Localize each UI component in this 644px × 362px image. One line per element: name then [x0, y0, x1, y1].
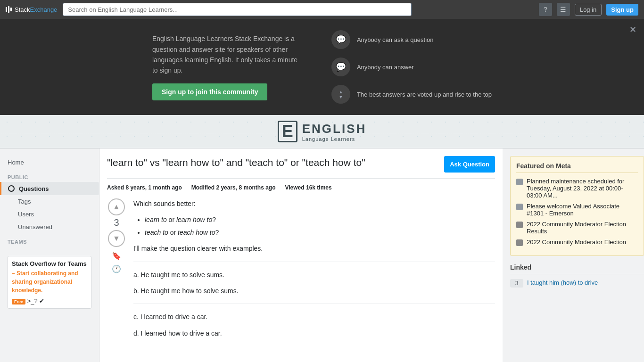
example-b: b. He taught me how to solve sums. — [133, 286, 495, 296]
globe-icon — [8, 185, 15, 192]
body-intro: Which sounds better: — [133, 198, 495, 209]
featured-title: Featured on Meta — [516, 162, 638, 173]
help-button[interactable]: ? — [539, 3, 552, 16]
featured-item-2[interactable]: Please welcome Valued Associate #1301 - … — [516, 203, 638, 217]
left-sidebar: Home PUBLIC Questions Tags Users Unanswe… — [0, 148, 99, 362]
site-logo[interactable]: StackExchange — [6, 6, 57, 13]
bullet-learn-to: learn to — [145, 216, 167, 223]
viewed-label: Viewed — [285, 184, 304, 191]
teams-promo: Stack Overflow for Teams – Start collabo… — [0, 247, 99, 318]
feature-answer: 💬 Anybody can answer — [331, 58, 492, 76]
teams-promo-link: – Start collaborating and sharing organi… — [12, 270, 78, 294]
feature-vote: ▲ ▼ The best answers are voted up and ri… — [331, 85, 492, 104]
teams-cursor: >_? — [27, 297, 40, 304]
site-logo-text: ENGLISH Language Learners — [302, 122, 367, 142]
featured-item-1[interactable]: Planned maintenance scheduled for Tuesda… — [516, 178, 638, 199]
teams-box: Stack Overflow for Teams – Start collabo… — [8, 256, 91, 309]
vote-section: ▲ 3 ▼ 🔖 🕐 — [107, 198, 126, 344]
sidebar-teams-label: TEAMS — [0, 233, 99, 247]
bullet-learn: learn to or learn how to? — [145, 214, 495, 225]
feature-ask: 💬 Anybody can ask a question — [331, 30, 492, 49]
linked-count-1: 3 — [510, 279, 523, 288]
bullet-teach-to: teach to — [145, 229, 168, 236]
join-community-button[interactable]: Sign up to join this community — [152, 83, 268, 100]
top-nav: StackExchange ? ☰ Log in Sign up — [0, 0, 644, 19]
bullet-teach-how: teach how to — [178, 229, 215, 236]
bookmark-button[interactable]: 🔖 — [112, 251, 121, 260]
vote-down-button[interactable]: ▼ — [108, 230, 125, 247]
asked-label: Asked — [107, 184, 124, 191]
hero-description: English Language Learners Stack Exchange… — [152, 33, 303, 76]
bullet-learn-how: learn how to — [176, 216, 212, 223]
search-input[interactable] — [63, 3, 412, 16]
site-logo-area[interactable]: E ENGLISH Language Learners — [278, 121, 367, 142]
example-d: d. I learned how to drive a car. — [133, 328, 495, 338]
bullet-or-1: or — [167, 216, 176, 223]
hero-text: English Language Learners Stack Exchange… — [152, 33, 303, 100]
featured-item-4[interactable]: 2022 Community Moderator Election — [516, 239, 638, 246]
close-button[interactable]: ✕ — [629, 25, 636, 35]
answer-icon: 💬 — [331, 58, 350, 76]
featured-item-4-text: 2022 Community Moderator Election — [527, 239, 626, 246]
modified-meta: Modified 2 years, 8 months ago — [191, 184, 276, 191]
bookmark-icon-3 — [516, 222, 523, 228]
vote-icon: ▲ ▼ — [331, 85, 350, 104]
history-button[interactable]: 🕐 — [112, 264, 121, 273]
feature-ask-label: Anybody can ask a question — [357, 36, 434, 43]
viewed-meta: Viewed 16k times — [285, 184, 331, 191]
bullet-teach: teach to or teach how to? — [145, 227, 495, 238]
search-bar[interactable] — [63, 3, 412, 16]
sidebar-item-users[interactable]: Users — [0, 208, 99, 221]
linked-link-1[interactable]: I taught him (how) to drive — [527, 279, 598, 286]
meta-icon-2 — [516, 204, 523, 210]
teams-free-row: Free >_? ✔ — [12, 297, 87, 304]
main-content: "learn to" vs "learn how to" and "teach … — [99, 148, 503, 362]
right-sidebar: Featured on Meta Planned maintenance sch… — [503, 148, 644, 362]
feature-vote-label: The best answers are voted up and rise t… — [357, 91, 492, 98]
post-body: Which sounds better: learn to or learn h… — [133, 198, 495, 344]
sidebar-item-unanswered[interactable]: Unanswered — [0, 221, 99, 233]
post-divider — [133, 262, 495, 262]
featured-item-3-text: 2022 Community Moderator Election Result… — [527, 221, 638, 235]
asked-meta: Asked 8 years, 1 month ago — [107, 184, 182, 191]
body-clarification: I'll make the question clearer with exam… — [133, 243, 495, 254]
question-content: ▲ 3 ▼ 🔖 🕐 Which sounds better: learn to … — [107, 198, 495, 344]
site-name-sub: Language Learners — [302, 136, 367, 142]
questions-label: Questions — [19, 185, 49, 192]
site-header: E ENGLISH Language Learners — [0, 115, 644, 148]
feature-answer-label: Anybody can answer — [357, 64, 414, 71]
site-name-main: ENGLISH — [302, 122, 367, 136]
stack-exchange-icon — [6, 6, 12, 13]
sidebar-public-label: PUBLIC — [0, 169, 99, 182]
linked-title: Linked — [510, 263, 644, 274]
asked-value: 8 years, 1 month ago — [125, 184, 182, 191]
viewed-value: 16k times — [306, 184, 332, 191]
featured-item-3[interactable]: 2022 Community Moderator Election Result… — [516, 221, 638, 235]
inbox-button[interactable]: ☰ — [557, 3, 570, 16]
featured-item-2-text: Please welcome Valued Associate #1301 - … — [527, 203, 638, 217]
sidebar-item-tags[interactable]: Tags — [0, 195, 99, 208]
sidebar-item-home[interactable]: Home — [0, 156, 99, 169]
hero-banner: ✕ English Language Learners Stack Exchan… — [0, 19, 644, 115]
logo-label: StackExchange — [15, 6, 57, 13]
ask-question-button[interactable]: Ask Question — [444, 156, 495, 173]
site-logo-icon: E — [278, 121, 297, 142]
teams-promo-text: – Start collaborating and sharing organi… — [12, 269, 87, 295]
modified-value: 2 years, 8 months ago — [216, 184, 275, 191]
signup-button[interactable]: Sign up — [606, 4, 638, 16]
bullet-or-2: or — [168, 229, 178, 236]
teams-title: Stack Overflow for Teams — [12, 260, 87, 267]
sidebar-item-questions[interactable]: Questions — [0, 182, 99, 195]
login-button[interactable]: Log in — [575, 4, 602, 16]
vote-up-button[interactable]: ▲ — [108, 198, 125, 215]
example-c: c. I learned to drive a car. — [133, 312, 495, 322]
modified-label: Modified — [191, 184, 215, 191]
bookmark-icon-4 — [516, 239, 523, 246]
linked-item-1[interactable]: 3 I taught him (how) to drive — [510, 279, 644, 288]
ask-icon: 💬 — [331, 30, 350, 49]
question-title: "learn to" vs "learn how to" and "teach … — [107, 156, 365, 169]
vote-count: 3 — [114, 217, 119, 228]
nav-icons: ? ☰ Log in Sign up — [539, 3, 638, 16]
body-bullets: learn to or learn how to? teach to or te… — [145, 214, 495, 238]
logo-exchange: Exchange — [30, 6, 58, 13]
